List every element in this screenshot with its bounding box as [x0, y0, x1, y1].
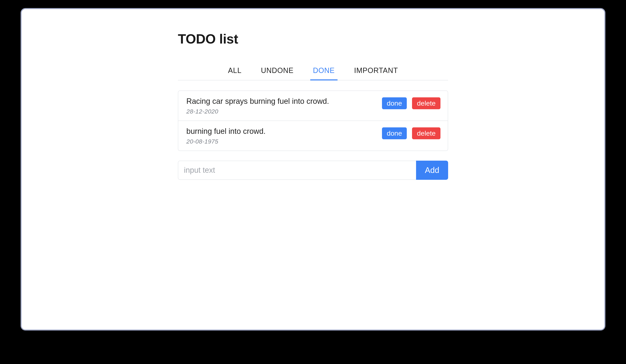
- item-actions: done delete: [382, 97, 440, 109]
- filter-tabs: ALL UNDONE DONE IMPORTANT: [178, 63, 448, 80]
- todo-list: Racing car sprays burning fuel into crow…: [178, 90, 448, 151]
- done-button[interactable]: done: [382, 97, 407, 109]
- delete-button[interactable]: delete: [412, 127, 440, 139]
- item-text: Racing car sprays burning fuel into crow…: [186, 97, 378, 106]
- page-title: TODO list: [178, 31, 448, 47]
- item-text: burning fuel into crowd.: [186, 127, 378, 136]
- item-actions: done delete: [382, 127, 440, 139]
- list-item: Racing car sprays burning fuel into crow…: [178, 91, 448, 121]
- add-todo-row: Add: [178, 161, 448, 180]
- item-date: 28-12-2020: [186, 108, 378, 115]
- content-container: TODO list ALL UNDONE DONE IMPORTANT Raci…: [178, 31, 448, 313]
- item-date: 20-08-1975: [186, 138, 378, 145]
- add-button[interactable]: Add: [416, 161, 448, 180]
- item-content: Racing car sprays burning fuel into crow…: [186, 97, 382, 115]
- delete-button[interactable]: delete: [412, 97, 440, 109]
- new-todo-input[interactable]: [178, 161, 416, 180]
- item-content: burning fuel into crowd. 20-08-1975: [186, 127, 382, 145]
- tab-done[interactable]: DONE: [309, 63, 338, 80]
- tab-all[interactable]: ALL: [225, 63, 245, 80]
- list-item: burning fuel into crowd. 20-08-1975 done…: [178, 121, 448, 150]
- tab-undone[interactable]: UNDONE: [257, 63, 297, 80]
- done-button[interactable]: done: [382, 127, 407, 139]
- tab-important[interactable]: IMPORTANT: [351, 63, 402, 80]
- app-window: TODO list ALL UNDONE DONE IMPORTANT Raci…: [21, 8, 605, 330]
